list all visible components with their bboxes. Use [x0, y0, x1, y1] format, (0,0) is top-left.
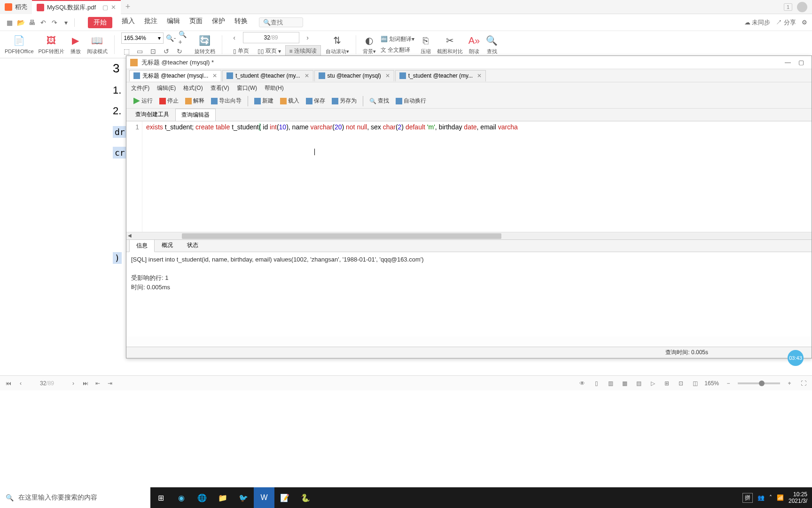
- page-input[interactable]: 32/89: [243, 32, 299, 43]
- print-icon[interactable]: 🖶: [27, 18, 37, 27]
- menu-insert[interactable]: 插入: [122, 17, 135, 28]
- save-button[interactable]: 保存: [304, 96, 328, 106]
- pdf-to-office[interactable]: 📄PDF转Office: [5, 34, 34, 55]
- menu-convert[interactable]: 转换: [234, 17, 248, 28]
- notification-badge[interactable]: 1: [784, 3, 792, 11]
- dropdown-icon[interactable]: ▾: [61, 18, 70, 27]
- auto-scroll[interactable]: ⇅自动滚动▾: [326, 34, 349, 55]
- fit-width-icon[interactable]: ⬚: [121, 46, 133, 57]
- tray-chevron-icon[interactable]: ˄: [769, 494, 772, 501]
- tab-query-editor[interactable]: 查询编辑器: [175, 109, 216, 121]
- close-icon[interactable]: ✕: [477, 72, 482, 79]
- compress[interactable]: ⎘压缩: [419, 34, 432, 55]
- word-translate[interactable]: 🔤 划词翻译▾: [381, 35, 414, 43]
- scrollbar-thumb[interactable]: [182, 233, 501, 239]
- add-tab-button[interactable]: +: [121, 2, 135, 12]
- menu-protect[interactable]: 保护: [212, 17, 225, 28]
- stop-button[interactable]: 停止: [157, 96, 181, 106]
- timer-bubble[interactable]: 03:43: [788, 350, 804, 366]
- next-page-icon[interactable]: ›: [69, 379, 78, 388]
- system-clock[interactable]: 10:25 2021/3/: [789, 491, 807, 505]
- run-button[interactable]: 运行: [131, 96, 155, 106]
- result-tab-info[interactable]: 信息: [129, 239, 155, 252]
- new-button[interactable]: 新建: [252, 96, 276, 106]
- explain-button[interactable]: 解释: [183, 96, 207, 106]
- zoom-out-icon[interactable]: 🔍-: [165, 32, 177, 44]
- screenshot[interactable]: ✂截图和对比: [437, 34, 463, 55]
- sb-tool1-icon[interactable]: ⊞: [662, 379, 671, 388]
- full-translate[interactable]: 文 全文翻译: [381, 46, 414, 54]
- fullscreen-icon[interactable]: ⛶: [799, 379, 808, 388]
- tab-restore-icon[interactable]: ▢: [102, 4, 108, 11]
- result-tab-status[interactable]: 状态: [180, 239, 205, 252]
- window-minimize-icon[interactable]: —: [785, 59, 791, 66]
- play-button[interactable]: ▶播放: [69, 34, 82, 55]
- eye-icon[interactable]: 👁: [578, 379, 587, 388]
- menu-window[interactable]: 窗口(W): [237, 84, 257, 92]
- close-icon[interactable]: ✕: [385, 72, 390, 79]
- read-mode[interactable]: 📖阅读模式: [87, 34, 108, 55]
- menu-page[interactable]: 页面: [189, 17, 203, 28]
- view-3-icon[interactable]: ▦: [620, 379, 629, 388]
- explorer-icon[interactable]: 📁: [212, 487, 233, 508]
- user-avatar[interactable]: [797, 2, 807, 12]
- zoom-in-icon[interactable]: 🔍+: [179, 32, 190, 44]
- sb-nav-back[interactable]: ⇤: [93, 379, 102, 388]
- view-1-icon[interactable]: ▯: [592, 379, 601, 388]
- query-tab-2[interactable]: stu @teacher (mysql)✕: [314, 70, 394, 81]
- export-wizard-button[interactable]: 导出向导: [209, 96, 244, 106]
- wifi-icon[interactable]: 📶: [777, 494, 784, 501]
- close-icon[interactable]: ✕: [212, 72, 217, 79]
- load-button[interactable]: 载入: [278, 96, 302, 106]
- view-4-icon[interactable]: ▤: [634, 379, 643, 388]
- pdf-to-image[interactable]: 🖼PDF转图片: [39, 34, 64, 55]
- query-tab-1[interactable]: t_student @teacher (my...✕: [222, 70, 313, 81]
- last-page-icon[interactable]: ⏭: [81, 379, 90, 388]
- read-aloud[interactable]: A»朗读: [468, 34, 481, 55]
- zoom-in-sb-icon[interactable]: +: [785, 379, 794, 388]
- search-input[interactable]: [271, 19, 299, 26]
- open-icon[interactable]: 📂: [16, 18, 25, 27]
- page-prev-icon[interactable]: ‹: [229, 32, 240, 43]
- notepad-icon[interactable]: 📝: [274, 487, 295, 508]
- windows-search[interactable]: 🔍 在这里输入你要搜索的内容: [0, 487, 150, 508]
- view-2-icon[interactable]: ▥: [606, 379, 615, 388]
- actual-size-icon[interactable]: ⊡: [148, 46, 159, 57]
- tab-query-builder[interactable]: 查询创建工具: [129, 108, 175, 121]
- zoom-out-sb-icon[interactable]: −: [724, 379, 733, 388]
- settings-icon[interactable]: ⚙: [802, 19, 807, 26]
- result-tab-overview[interactable]: 概况: [155, 239, 180, 252]
- tab-close-icon[interactable]: ✕: [111, 4, 116, 11]
- task-view-icon[interactable]: ⊞: [150, 487, 171, 508]
- menu-format[interactable]: 格式(O): [183, 84, 203, 92]
- app-menu-icon[interactable]: ▦: [5, 18, 14, 27]
- wps-home-tab[interactable]: 稻壳: [0, 0, 32, 14]
- ime-indicator[interactable]: 拼: [742, 493, 753, 503]
- find-button[interactable]: 🔍查找: [485, 34, 499, 55]
- fit-page-icon[interactable]: ▭: [134, 46, 146, 57]
- menu-annotate[interactable]: 批注: [144, 17, 157, 28]
- rotate-right-icon[interactable]: ↻: [174, 46, 185, 57]
- people-icon[interactable]: 👥: [757, 494, 765, 501]
- rotate-left-icon[interactable]: ↺: [161, 46, 172, 57]
- editor-hscrollbar[interactable]: ◀: [126, 232, 812, 239]
- save-as-button[interactable]: 另存为: [329, 96, 359, 106]
- menu-view[interactable]: 查看(V): [211, 84, 229, 92]
- zoom-select[interactable]: 165.34%▾: [121, 32, 164, 44]
- query-tab-3[interactable]: t_student @teacher (my...✕: [395, 70, 486, 81]
- wps-taskbar-icon[interactable]: W: [254, 487, 274, 508]
- prev-page-icon[interactable]: ‹: [16, 379, 25, 388]
- sql-editor[interactable]: 1 exists t_student; create table t_stude…: [126, 121, 812, 232]
- wps-file-tab[interactable]: MySQL数据库.pdf ▢ ✕: [32, 0, 121, 14]
- rotate-doc[interactable]: 🔄旋转文档: [195, 34, 215, 55]
- background[interactable]: ◐背景▾: [363, 34, 376, 55]
- menu-help[interactable]: 帮助(H): [265, 84, 284, 92]
- wrap-button[interactable]: 自动换行: [393, 96, 429, 106]
- search-box[interactable]: 🔍: [259, 17, 303, 27]
- cloud-sync-status[interactable]: ☁ 未同步: [744, 18, 771, 27]
- page-next-icon[interactable]: ›: [302, 32, 313, 43]
- undo-icon[interactable]: ↶: [39, 18, 48, 27]
- sb-tool3-icon[interactable]: ◫: [690, 379, 700, 388]
- find-nav-button[interactable]: 🔍 查找: [367, 96, 391, 106]
- zoom-slider[interactable]: [738, 382, 780, 384]
